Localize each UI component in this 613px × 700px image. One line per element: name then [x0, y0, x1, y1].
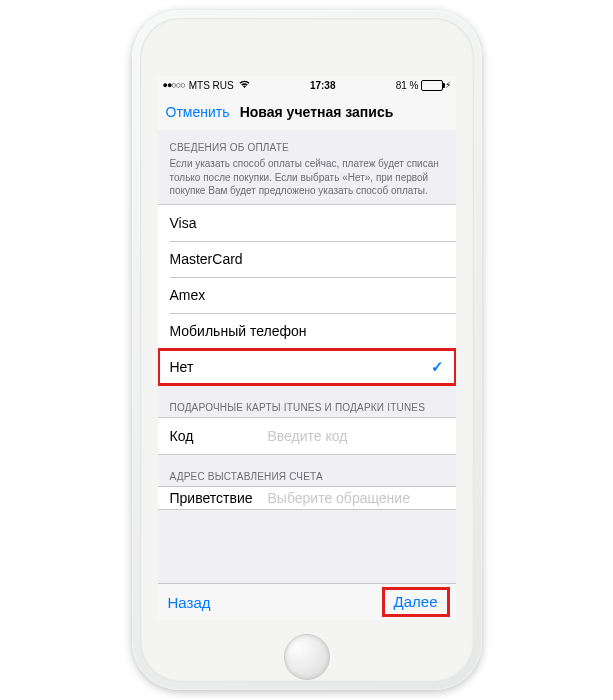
payment-option-none[interactable]: Нет ✓	[158, 349, 456, 385]
charging-icon: ⚡︎	[445, 80, 451, 90]
gift-code-input[interactable]: Введите код	[268, 428, 348, 444]
gift-code-label: Код	[170, 428, 268, 444]
back-button[interactable]: Назад	[168, 594, 211, 611]
gift-code-row[interactable]: Код Введите код	[158, 418, 456, 454]
clock: 17:38	[310, 80, 336, 91]
wifi-icon	[239, 80, 250, 91]
payment-option-label: MasterCard	[170, 251, 243, 267]
status-bar: ●●○○○ MTS RUS 17:38 81 % ⚡︎	[158, 76, 456, 94]
payment-option-visa[interactable]: Visa	[158, 205, 456, 241]
next-button-highlight: Далее	[386, 589, 446, 615]
billing-group: Приветствие Выберите обращение	[158, 486, 456, 510]
payment-option-mastercard[interactable]: MasterCard	[158, 241, 456, 277]
battery-icon	[421, 80, 443, 91]
payment-options-group: Visa MasterCard Amex Мобильный телефон Н…	[158, 204, 456, 386]
page-title: Новая учетная запись	[240, 104, 394, 120]
payment-option-label: Amex	[170, 287, 206, 303]
billing-section-header: АДРЕС ВЫСТАВЛЕНИЯ СЧЕТА	[158, 455, 456, 486]
billing-salutation-label: Приветствие	[170, 490, 268, 506]
signal-strength-icon: ●●○○○	[163, 80, 185, 90]
payment-option-label: Мобильный телефон	[170, 323, 307, 339]
next-button[interactable]: Далее	[394, 593, 438, 610]
payment-section-header: СВЕДЕНИЯ ОБ ОПЛАТЕ	[158, 130, 456, 157]
payment-option-amex[interactable]: Amex	[158, 277, 456, 313]
nav-bar: Отменить Новая учетная запись	[158, 94, 456, 131]
payment-option-mobile[interactable]: Мобильный телефон	[158, 313, 456, 349]
cancel-button[interactable]: Отменить	[166, 104, 230, 120]
carrier-label: MTS RUS	[189, 80, 234, 91]
checkmark-icon: ✓	[431, 358, 444, 376]
gift-code-group: Код Введите код	[158, 417, 456, 455]
payment-section-description: Если указать способ оплаты сейчас, плате…	[158, 157, 456, 204]
home-button[interactable]	[284, 634, 330, 680]
billing-salutation-value[interactable]: Выберите обращение	[268, 490, 410, 506]
payment-option-label: Нет	[170, 359, 194, 375]
footer-toolbar: Назад Далее	[158, 583, 456, 620]
screen: ●●○○○ MTS RUS 17:38 81 % ⚡︎ Отменит	[158, 76, 456, 620]
payment-option-label: Visa	[170, 215, 197, 231]
billing-salutation-row[interactable]: Приветствие Выберите обращение	[158, 487, 456, 509]
phone-frame: ●●○○○ MTS RUS 17:38 81 % ⚡︎ Отменит	[132, 10, 482, 690]
content[interactable]: СВЕДЕНИЯ ОБ ОПЛАТЕ Если указать способ о…	[158, 130, 456, 584]
gift-section-header: ПОДАРОЧНЫЕ КАРТЫ ITUNES И ПОДАРКИ ITUNES	[158, 386, 456, 417]
battery-percent: 81 %	[396, 80, 419, 91]
